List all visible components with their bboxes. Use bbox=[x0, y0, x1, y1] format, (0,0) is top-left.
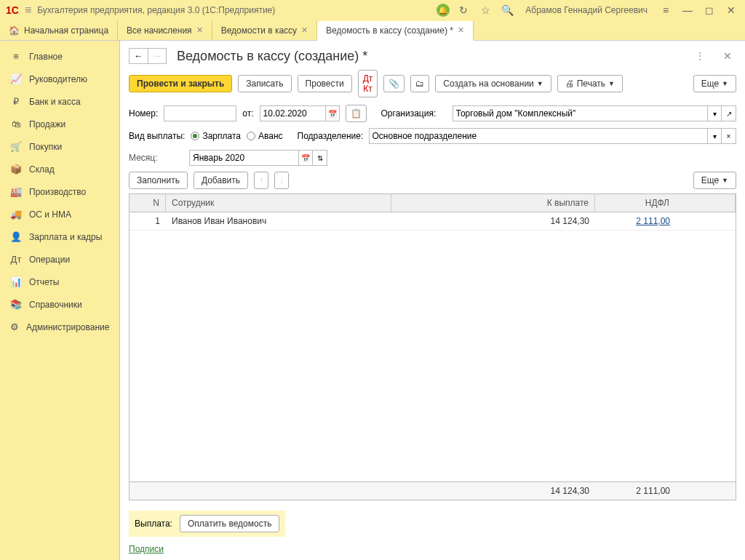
tab-payrolls-cash[interactable]: Ведомости в кассу ✕ bbox=[212, 20, 317, 40]
sidebar-item-label: Операции bbox=[29, 255, 70, 265]
paytype-label: Вид выплаты: bbox=[129, 131, 185, 141]
tabbar: 🏠 Начальная страница Все начисления ✕ Ве… bbox=[0, 20, 745, 41]
sidebar-item-operations[interactable]: ДтОперации bbox=[0, 248, 119, 271]
user-menu-icon[interactable]: ≡ bbox=[658, 2, 674, 18]
sidebar-item-label: ОС и НМА bbox=[29, 209, 71, 220]
maximize-icon[interactable]: ◻ bbox=[701, 2, 717, 18]
table-more-button[interactable]: Еще▼ bbox=[693, 172, 736, 189]
tab-all-accruals[interactable]: Все начисления ✕ bbox=[118, 20, 212, 40]
pay-payroll-button[interactable]: Оплатить ведомость bbox=[180, 515, 280, 532]
sidebar-item-main[interactable]: ≡Главное bbox=[0, 45, 119, 68]
sidebar-item-label: Отчеты bbox=[29, 277, 59, 287]
tab-payroll-create[interactable]: Ведомость в кассу (создание) * ✕ bbox=[317, 21, 474, 41]
related-button[interactable]: 🗂 bbox=[410, 75, 429, 92]
dtkt-button[interactable]: ДтКт bbox=[358, 70, 378, 97]
total-tax: 2 111,00 bbox=[595, 482, 736, 500]
cell-tax[interactable]: 2 111,00 bbox=[595, 212, 736, 230]
save-button[interactable]: Записать bbox=[238, 75, 291, 92]
sidebar-item-production[interactable]: 🏭Производство bbox=[0, 180, 119, 203]
chart-icon: 📈 bbox=[10, 73, 22, 84]
sidebar-item-label: Руководителю bbox=[29, 74, 87, 84]
add-button[interactable]: Добавить bbox=[194, 172, 248, 189]
move-down-button[interactable]: ↓ bbox=[274, 172, 289, 189]
cell-n: 1 bbox=[130, 212, 166, 230]
truck-icon: 🚚 bbox=[10, 209, 22, 220]
stepper-icon[interactable]: ⇅ bbox=[313, 150, 327, 166]
sidebar-item-label: Производство bbox=[29, 187, 86, 197]
sidebar-item-label: Банк и касса bbox=[29, 97, 81, 107]
sidebar-item-catalogs[interactable]: 📚Справочники bbox=[0, 293, 119, 316]
close-window-icon[interactable]: ✕ bbox=[723, 2, 739, 18]
sidebar-item-sales[interactable]: 🛍Продажи bbox=[0, 113, 119, 135]
number-input[interactable] bbox=[164, 105, 236, 121]
dtkt-icon: Дт bbox=[10, 254, 22, 265]
sidebar-item-purchases[interactable]: 🛒Покупки bbox=[0, 135, 119, 158]
col-employee[interactable]: Сотрудник bbox=[166, 194, 391, 212]
sidebar: ≡Главное 📈Руководителю ₽Банк и касса 🛍Пр… bbox=[0, 41, 120, 560]
forward-button[interactable]: → bbox=[148, 48, 167, 64]
sidebar-item-salary[interactable]: 👤Зарплата и кадры bbox=[0, 225, 119, 248]
main-content: ← → Ведомость в кассу (создание) * ⋮ ✕ П… bbox=[120, 41, 745, 560]
box-icon: 📦 bbox=[10, 164, 22, 175]
back-button[interactable]: ← bbox=[129, 48, 148, 64]
radio-advance[interactable]: Аванс bbox=[247, 131, 283, 141]
close-icon[interactable]: ✕ bbox=[458, 25, 464, 35]
print-button[interactable]: 🖨Печать▼ bbox=[557, 75, 623, 92]
org-input[interactable] bbox=[453, 105, 707, 121]
books-icon: 📚 bbox=[10, 299, 22, 310]
post-and-close-button[interactable]: Провести и закрыть bbox=[129, 75, 232, 92]
printer-icon: 🖨 bbox=[565, 79, 574, 89]
table-row[interactable]: 1 Иванов Иван Иванович 14 124,30 2 111,0… bbox=[130, 212, 736, 231]
dept-label: Подразделение: bbox=[298, 131, 363, 141]
tab-label: Все начисления bbox=[127, 25, 192, 36]
tab-home[interactable]: 🏠 Начальная страница bbox=[0, 20, 118, 40]
clear-icon[interactable]: × bbox=[722, 128, 736, 144]
hamburger-icon[interactable]: ≡ bbox=[25, 4, 31, 17]
calendar-icon[interactable]: 📅 bbox=[325, 105, 340, 121]
date-input[interactable] bbox=[260, 105, 325, 121]
minimize-icon[interactable]: — bbox=[680, 2, 696, 18]
sidebar-item-warehouse[interactable]: 📦Склад bbox=[0, 158, 119, 180]
more-button[interactable]: Еще▼ bbox=[693, 75, 736, 92]
fill-button[interactable]: Заполнить bbox=[129, 172, 188, 189]
bag-icon: 🛍 bbox=[10, 119, 22, 129]
col-pay[interactable]: К выплате bbox=[391, 194, 595, 212]
create-based-button[interactable]: Создать на основании▼ bbox=[435, 75, 551, 92]
sidebar-item-reports[interactable]: 📊Отчеты bbox=[0, 271, 119, 293]
kebab-icon[interactable]: ⋮ bbox=[691, 51, 709, 61]
open-icon[interactable]: ↗ bbox=[722, 105, 736, 121]
bell-icon[interactable]: 🔔 bbox=[437, 4, 450, 17]
factory-icon: 🏭 bbox=[10, 186, 22, 197]
person-icon: 👤 bbox=[10, 231, 22, 242]
signatures-link[interactable]: Подписи bbox=[129, 544, 164, 554]
close-form-icon[interactable]: ✕ bbox=[719, 50, 736, 62]
sidebar-item-label: Склад bbox=[29, 164, 55, 175]
col-n[interactable]: N bbox=[130, 194, 166, 212]
number-label: Номер: bbox=[129, 108, 158, 119]
radio-salary[interactable]: Зарплата bbox=[191, 131, 241, 141]
chevron-down-icon[interactable]: ▾ bbox=[707, 128, 722, 144]
period-button[interactable]: 📋 bbox=[346, 105, 367, 122]
user-name[interactable]: Абрамов Геннадий Сергеевич bbox=[521, 5, 652, 15]
sidebar-item-assets[interactable]: 🚚ОС и НМА bbox=[0, 203, 119, 225]
sidebar-item-label: Зарплата и кадры bbox=[29, 232, 102, 242]
post-button[interactable]: Провести bbox=[298, 75, 352, 92]
sidebar-item-admin[interactable]: ⚙Администрирование bbox=[0, 316, 119, 338]
close-icon[interactable]: ✕ bbox=[301, 25, 308, 35]
cell-pay: 14 124,30 bbox=[391, 212, 595, 230]
sidebar-item-bank[interactable]: ₽Банк и касса bbox=[0, 90, 119, 113]
move-up-button[interactable]: ↑ bbox=[254, 172, 268, 189]
month-input[interactable] bbox=[189, 150, 298, 166]
sidebar-item-manager[interactable]: 📈Руководителю bbox=[0, 68, 119, 90]
dept-input[interactable] bbox=[369, 128, 707, 144]
chevron-down-icon[interactable]: ▾ bbox=[707, 105, 722, 121]
attach-button[interactable]: 📎 bbox=[383, 75, 405, 92]
close-icon[interactable]: ✕ bbox=[196, 25, 203, 35]
col-tax[interactable]: НДФЛ bbox=[595, 194, 736, 212]
search-icon[interactable]: 🔍 bbox=[499, 2, 515, 18]
calendar-icon[interactable]: 📅 bbox=[298, 150, 313, 166]
tab-home-label: Начальная страница bbox=[24, 25, 108, 36]
payment-label: Выплата: bbox=[135, 519, 172, 529]
star-icon[interactable]: ☆ bbox=[477, 2, 493, 18]
history-icon[interactable]: ↻ bbox=[455, 2, 471, 18]
